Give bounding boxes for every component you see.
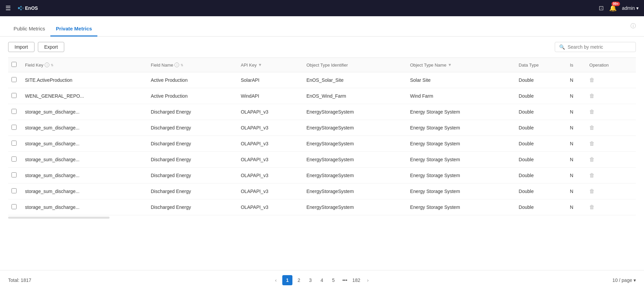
- cell-object-type-id: EnergyStorageSystem: [303, 120, 406, 136]
- toolbar-actions: Import Export: [8, 42, 64, 52]
- cell-field-name: Active Production: [147, 72, 237, 88]
- page-4-button[interactable]: 4: [317, 275, 327, 285]
- delete-icon-6[interactable]: 🗑: [589, 172, 595, 178]
- admin-menu[interactable]: admin ▾: [622, 5, 639, 11]
- prev-page-button[interactable]: ‹: [271, 275, 281, 285]
- horizontal-scrollbar[interactable]: [8, 217, 110, 219]
- cell-operation: 🗑: [586, 88, 636, 104]
- table-row: storage_sum_discharge... Discharged Ener…: [8, 104, 636, 120]
- row-checkbox-7[interactable]: [11, 188, 17, 193]
- row-checkbox-1[interactable]: [11, 93, 17, 98]
- topnav: ☰ EnOS ⊡ 🔔 99+ admin ▾: [0, 0, 644, 16]
- row-checkbox-6[interactable]: [11, 172, 17, 177]
- row-checkbox-cell: [8, 168, 22, 184]
- cell-field-name: Discharged Energy: [147, 152, 237, 168]
- monitor-icon[interactable]: ⊡: [599, 4, 604, 12]
- row-checkbox-0[interactable]: [11, 77, 17, 82]
- table-row: storage_sum_discharge... Discharged Ener…: [8, 152, 636, 168]
- table-row: storage_sum_discharge... Discharged Ener…: [8, 168, 636, 184]
- cell-object-type-name: Energy Storage System: [407, 184, 515, 199]
- cell-api-key: OLAPAPI_v3: [237, 184, 303, 199]
- row-checkbox-3[interactable]: [11, 125, 17, 130]
- cell-object-type-name: Energy Storage System: [407, 120, 515, 136]
- row-checkbox-4[interactable]: [11, 141, 17, 146]
- hamburger-menu[interactable]: ☰: [5, 4, 11, 12]
- row-checkbox-8[interactable]: [11, 204, 17, 209]
- cell-api-key: OLAPAPI_v3: [237, 120, 303, 136]
- cell-field-key: storage_sum_discharge...: [22, 104, 147, 120]
- row-checkbox-cell: [8, 88, 22, 104]
- search-icon: 🔍: [559, 44, 565, 50]
- select-all-checkbox[interactable]: [11, 62, 17, 67]
- cell-object-type-id: EnergyStorageSystem: [303, 168, 406, 184]
- export-button[interactable]: Export: [38, 42, 64, 52]
- page-size-selector[interactable]: 10 / page ▾: [613, 277, 636, 283]
- page-size-label: 10 / page: [613, 277, 632, 283]
- delete-icon-5[interactable]: 🗑: [589, 156, 595, 162]
- page-ellipsis: •••: [340, 275, 350, 285]
- cell-data-type: Double: [515, 168, 566, 184]
- delete-icon-2[interactable]: 🗑: [589, 109, 595, 115]
- delete-icon-4[interactable]: 🗑: [589, 141, 595, 146]
- delete-icon-0[interactable]: 🗑: [589, 77, 595, 83]
- field-name-sort-icon[interactable]: ⇅: [181, 63, 183, 67]
- delete-icon-1[interactable]: 🗑: [589, 93, 595, 99]
- cell-object-type-id: EnergyStorageSystem: [303, 104, 406, 120]
- cell-data-type: Double: [515, 88, 566, 104]
- search-input[interactable]: [568, 44, 631, 50]
- cell-object-type-id: EnergyStorageSystem: [303, 136, 406, 152]
- cell-api-key: WindAPI: [237, 88, 303, 104]
- page-2-button[interactable]: 2: [294, 275, 304, 285]
- table-row: storage_sum_discharge... Discharged Ener…: [8, 184, 636, 199]
- cell-is: N: [567, 184, 586, 199]
- next-page-button[interactable]: ›: [363, 275, 373, 285]
- metrics-table: Field Key i ⇅ Field Name i ⇅: [8, 57, 636, 215]
- cell-field-name: Discharged Energy: [147, 184, 237, 199]
- field-key-info-icon[interactable]: i: [45, 63, 49, 67]
- svg-point-2: [20, 9, 22, 10]
- col-api-key: API Key ▼: [237, 58, 303, 72]
- cell-api-key: OLAPAPI_v3: [237, 136, 303, 152]
- cell-data-type: Double: [515, 136, 566, 152]
- row-checkbox-cell: [8, 72, 22, 88]
- pagination: ‹ 1 2 3 4 5 ••• 182 ›: [271, 275, 373, 285]
- delete-icon-8[interactable]: 🗑: [589, 204, 595, 210]
- col-field-key: Field Key i ⇅: [22, 58, 147, 72]
- bell-button[interactable]: 🔔 99+: [609, 4, 617, 12]
- page-5-button[interactable]: 5: [328, 275, 338, 285]
- row-checkbox-2[interactable]: [11, 109, 17, 114]
- col-is: Is: [567, 58, 586, 72]
- page-info-icon[interactable]: ⓘ: [630, 23, 636, 30]
- cell-field-key: storage_sum_discharge...: [22, 152, 147, 168]
- col-data-type: Data Type: [515, 58, 566, 72]
- tab-public-metrics[interactable]: Public Metrics: [8, 26, 50, 37]
- cell-field-name: Active Production: [147, 88, 237, 104]
- page-3-button[interactable]: 3: [305, 275, 315, 285]
- toolbar: Import Export 🔍: [0, 37, 644, 57]
- select-all-header: [8, 58, 22, 72]
- page-182-button[interactable]: 182: [351, 275, 361, 285]
- cell-api-key: OLAPAPI_v3: [237, 168, 303, 184]
- table-row: SITE.ActiveProduction Active Production …: [8, 72, 636, 88]
- cell-api-key: OLAPAPI_v3: [237, 199, 303, 215]
- object-type-name-filter-icon[interactable]: ▼: [448, 63, 452, 67]
- cell-api-key: OLAPAPI_v3: [237, 152, 303, 168]
- field-name-info-icon[interactable]: i: [174, 63, 179, 67]
- cell-field-name: Discharged Energy: [147, 120, 237, 136]
- logo-icon: EnOS: [16, 4, 40, 12]
- field-key-sort-icon[interactable]: ⇅: [51, 63, 53, 67]
- api-key-filter-icon[interactable]: ▼: [258, 63, 262, 67]
- cell-is: N: [567, 72, 586, 88]
- cell-object-type-id: EnergyStorageSystem: [303, 184, 406, 199]
- cell-field-name: Discharged Energy: [147, 168, 237, 184]
- delete-icon-3[interactable]: 🗑: [589, 125, 595, 130]
- import-button[interactable]: Import: [8, 42, 34, 52]
- row-checkbox-5[interactable]: [11, 156, 17, 162]
- page-1-button[interactable]: 1: [282, 275, 292, 285]
- tab-private-metrics[interactable]: Private Metrics: [50, 26, 97, 37]
- cell-object-type-id: EnOS_Wind_Farm: [303, 88, 406, 104]
- delete-icon-7[interactable]: 🗑: [589, 188, 595, 194]
- cell-operation: 🗑: [586, 72, 636, 88]
- cell-field-key: storage_sum_discharge...: [22, 184, 147, 199]
- cell-data-type: Double: [515, 104, 566, 120]
